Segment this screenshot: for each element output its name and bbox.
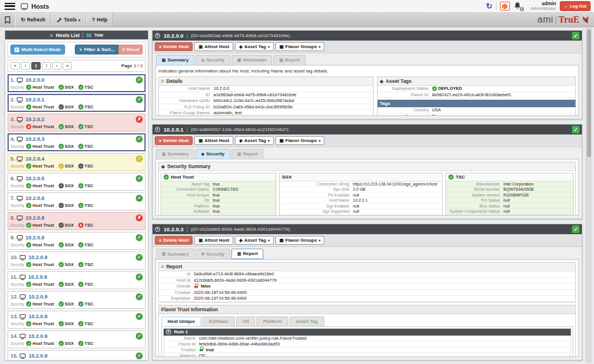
last-page-button[interactable]: » <box>63 62 72 70</box>
host-list-item[interactable]: 10.10.2.0.9✓Security✓Host Trust,✓SGX,✓TS… <box>8 252 146 270</box>
reset-button[interactable]: ✗ Reset <box>118 45 143 54</box>
host-list-item[interactable]: 1.10.2.0.0✓Security✓Host Trust,✓SGX,✓TSC <box>8 74 146 92</box>
host-ip[interactable]: 10.2.0.9 <box>28 353 48 359</box>
tab-security[interactable]: ◈Security <box>195 149 230 159</box>
filter-sort-button[interactable]: ▼ Filter & Sort... <box>75 45 118 54</box>
tab-report[interactable]: ▥Report <box>273 55 305 65</box>
user-info[interactable]: admin Administrator <box>531 1 556 12</box>
grid-icon: ▦ <box>280 138 284 143</box>
collapse-icon[interactable]: ▾ <box>155 33 160 38</box>
field-value: 10.2.0.1 <box>353 198 367 202</box>
flavor-groups-button[interactable]: ▦ Flavor Groups ▾ <box>276 42 325 51</box>
asset-tag-button[interactable]: ◆ Asset Tag ▾ <box>235 42 273 51</box>
collapse-icon[interactable]: ▾ <box>155 127 160 132</box>
attest-host-button[interactable]: ▣ Attest Host <box>194 236 233 245</box>
host-list-item[interactable]: 5.10.2.0.4!Security✓Host Trust,!SGX,−TSC <box>8 153 146 171</box>
host-list-item[interactable]: 7.10.2.0.6✓Security✓Host Trust,−SGX,✓TSC <box>8 192 146 210</box>
tab-security[interactable]: ◈Security <box>195 55 230 65</box>
host-ip[interactable]: 10.2.0.1 <box>26 97 45 103</box>
host-ip[interactable]: 10.2.0.2 <box>26 117 45 122</box>
host-list-item[interactable]: 14.10.2.0.9✓Security✓Host Trust,✓SGX,✓TS… <box>8 330 146 348</box>
flavor-groups-button[interactable]: ▦ Flavor Groups ▾ <box>276 236 325 245</box>
host-ip[interactable]: 10.2.0.4 <box>26 156 45 162</box>
tab-report[interactable]: ▥Report <box>231 149 263 159</box>
tab-report[interactable]: ▥Report <box>231 249 263 259</box>
flavor-tab-os[interactable]: OS <box>236 316 256 326</box>
host-list-item[interactable]: 9.10.2.0.9✓Security✓Host Trust,✓SGX,✓TSC <box>8 232 146 250</box>
attest-host-button[interactable]: ▣ Attest Host <box>194 42 233 51</box>
host-list-item[interactable]: 12.10.2.0.9✓Security✓Host Trust,✓SGX,✓TS… <box>8 291 146 309</box>
collapse-icon[interactable]: ▾ <box>155 227 160 232</box>
attest-host-button[interactable]: ▣ Attest Host <box>194 136 233 145</box>
flavor-tab-asset-tag[interactable]: Asset Tag <box>289 316 324 326</box>
field-label: Hardware Security Status <box>447 215 504 216</box>
tab-summary[interactable]: ▤Summary <box>156 149 194 159</box>
flavor-tab-host-unique[interactable]: Host Unique <box>161 316 201 326</box>
field-value-text: false <box>201 283 211 289</box>
prev-page-button[interactable]: ‹ <box>21 62 30 70</box>
field-label: Os <box>162 198 213 202</box>
host-ip[interactable]: 10.2.0.9 <box>28 274 48 280</box>
field-row: TLS Policy IDb10a6f24-2a89-456d-b43c-0ce… <box>159 104 373 111</box>
panel-tabs: ▤Summary◈Security▦Workloads▥Report <box>153 53 582 65</box>
refresh-button[interactable]: ↻ Refresh <box>15 13 51 27</box>
host-list-item[interactable]: 13.10.2.0.9✓Security✓Host Trust,✓SGX,✓TS… <box>8 311 146 329</box>
refresh-icon[interactable]: ↻ <box>485 2 497 10</box>
next-page-button[interactable]: › <box>52 62 61 70</box>
host-ip[interactable]: 10.2.0.6 <box>26 195 45 201</box>
tab-workloads[interactable]: ▦Workloads <box>231 55 272 65</box>
flavor-groups-button[interactable]: ▦ Flavor Groups ▾ <box>276 136 325 145</box>
panel-host-ip: 10.2.0.1 <box>164 126 183 133</box>
delete-host-button[interactable]: x Delete Host <box>155 136 193 145</box>
field-value-text: true <box>213 182 220 186</box>
host-list-item[interactable]: 2.10.2.0.1✓Security✓Host Trust,−SGX,✓TSC <box>8 94 146 112</box>
tab-summary[interactable]: ▤Summary <box>156 249 194 259</box>
host-ip[interactable]: 10.2.0.9 <box>28 314 48 319</box>
asset-tag-button[interactable]: ◆ Asset Tag ▾ <box>235 236 273 245</box>
page-1-button[interactable]: 1 <box>31 62 41 70</box>
multi-select-mode-button[interactable]: ✓ Multi-Select Mode <box>10 45 65 54</box>
notifications-icon[interactable]: 0 <box>513 2 523 10</box>
host-list-item[interactable]: 3.10.2.0.2✗Security✗Host Trust,✓SGX,✓TSC <box>8 114 146 132</box>
tools-button[interactable]: Tools ▾ <box>51 13 86 27</box>
first-page-button[interactable]: « <box>10 62 20 70</box>
tab-summary[interactable]: ▤Summary <box>156 55 194 65</box>
scrollbar-track[interactable] <box>586 28 592 363</box>
field-value-text: null <box>504 204 510 208</box>
delete-host-button[interactable]: x Delete Host <box>155 42 193 51</box>
host-ip[interactable]: 10.2.0.9 <box>28 254 48 260</box>
host-ip[interactable]: 10.2.0.8 <box>26 215 45 221</box>
flavor-tab-platform[interactable]: Platform <box>256 316 288 326</box>
bookmark-icon[interactable] <box>0 13 15 27</box>
field-value-text: true <box>213 193 220 197</box>
scrollbar-thumb[interactable] <box>587 30 591 157</box>
tools-caret-icon: ▾ <box>78 18 80 22</box>
logout-button[interactable]: → Log Out <box>560 1 591 11</box>
host-ip[interactable]: 10.2.0.3 <box>26 136 45 142</box>
host-list-item[interactable]: 15.10.2.0.9✓Security✓Host Trust,✓SGX,✓TS… <box>8 350 146 360</box>
host-ip[interactable]: 10.2.0.9 <box>28 294 48 300</box>
field-row: System VersionR2208WF0ZE <box>446 192 573 198</box>
host-list-item[interactable]: 4.10.2.0.3✓Security✓Host Trust,✓SGX,✓TSC <box>8 133 146 151</box>
help-button[interactable]: ? Help <box>86 13 113 27</box>
tab-security[interactable]: ◈Security <box>195 249 230 259</box>
host-number: 7. <box>10 195 15 201</box>
host-ip[interactable]: 10.2.0.5 <box>26 176 45 181</box>
flavor-tab-software[interactable]: Software <box>202 316 235 326</box>
host-list-item[interactable]: 6.10.2.0.5✓Security✓Host Trust,−SGX,✓TSC <box>8 173 146 191</box>
menu-icon[interactable] <box>5 3 15 10</box>
field-value: true <box>213 204 220 208</box>
host-ip[interactable]: 10.2.0.0 <box>26 77 45 83</box>
delete-host-button[interactable]: x Delete Host <box>155 236 193 245</box>
host-ip[interactable]: 10.2.0.9 <box>28 333 48 339</box>
page-2-button[interactable]: 2 <box>42 62 51 70</box>
target-icon[interactable]: ⊕ <box>500 2 510 10</box>
rule-1-header[interactable]: ▾ Rule 1 <box>164 329 571 336</box>
field-value-text: d12cbbb5-692e-4add-9839-4301a9044779 <box>194 278 277 283</box>
host-list-item[interactable]: 11.10.2.0.9✓Security✓Host Trust,✓SGX,✓TS… <box>8 271 146 289</box>
page-indicator: Page 1 / 2 <box>121 63 143 68</box>
host-list-item[interactable]: 8.10.2.0.8✗Security✓Host Trust,−SGX,✗TSC <box>8 212 146 230</box>
details-rows: Host Name10.2.0.0IDa1e563a8-ebb8-4d75-89… <box>159 86 373 116</box>
host-ip[interactable]: 10.2.0.9 <box>26 235 45 241</box>
asset-tag-button[interactable]: ◆ Asset Tag ▾ <box>235 136 273 145</box>
